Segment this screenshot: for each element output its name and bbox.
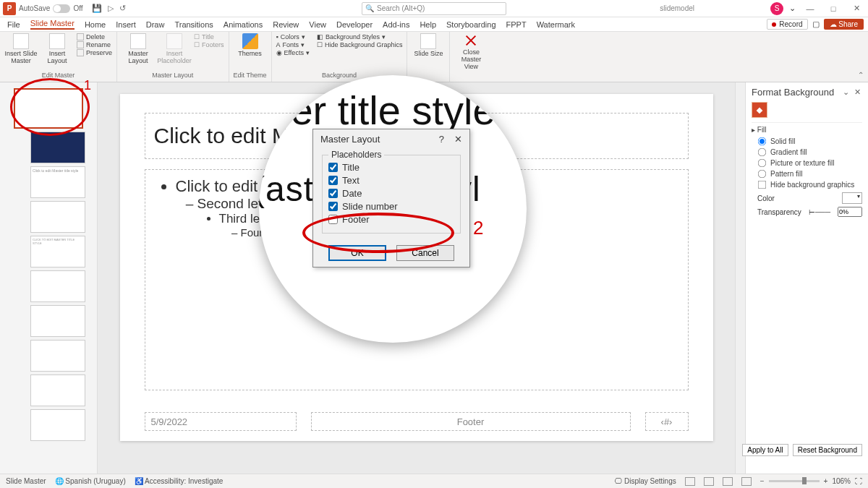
apply-to-all-button[interactable]: Apply to All: [742, 444, 788, 456]
reset-background-button[interactable]: Reset Background: [793, 444, 862, 456]
rename-button[interactable]: Rename: [77, 41, 112, 48]
tab-file[interactable]: File: [7, 20, 20, 29]
zoom-control[interactable]: −+ 106% ⛶: [760, 477, 862, 485]
color-picker[interactable]: [842, 192, 862, 204]
colors-dropdown[interactable]: ▪ Colors ▾: [276, 33, 310, 40]
present-mode-icon[interactable]: ▢: [812, 20, 820, 29]
fill-tab-icon[interactable]: [752, 102, 767, 118]
minimize-button[interactable]: —: [801, 4, 819, 13]
undo-icon[interactable]: ↺: [119, 4, 126, 13]
normal-view-icon[interactable]: [685, 477, 695, 486]
hide-bg-graphics-checkbox[interactable]: Hide background graphics: [757, 180, 862, 189]
group-edit-master: Edit Master: [4, 72, 112, 80]
layout-thumb[interactable]: [30, 409, 85, 441]
layout-thumb[interactable]: [30, 201, 85, 233]
tab-watermark[interactable]: Watermark: [537, 20, 575, 29]
display-settings[interactable]: 🖵 Display Settings: [615, 477, 676, 485]
master-slide-thumb[interactable]: [14, 88, 83, 129]
footer-placeholder[interactable]: Footer: [311, 412, 631, 431]
title-checkbox[interactable]: Title: [328, 162, 454, 173]
pattern-fill-radio[interactable]: Pattern fill: [757, 169, 862, 179]
panel-close-icon[interactable]: ✕: [854, 87, 862, 96]
present-icon[interactable]: ▷: [108, 4, 114, 13]
slide-size-button[interactable]: Slide Size: [412, 33, 445, 58]
save-icon[interactable]: 💾: [92, 4, 102, 13]
text-checkbox[interactable]: Text: [328, 175, 454, 186]
footers-checkbox: ☐ Footers: [194, 41, 224, 48]
tab-help[interactable]: Help: [420, 20, 436, 29]
layout-thumb[interactable]: Click to edit Master title style: [30, 166, 85, 198]
record-button[interactable]: Record: [767, 19, 807, 30]
vertical-scrollbar[interactable]: [735, 82, 745, 474]
format-background-panel: Format Background ⌄ ✕ ▸ Fill Solid fill …: [745, 82, 868, 474]
tab-review[interactable]: Review: [273, 20, 299, 29]
status-bar: Slide Master 🌐 Spanish (Uruguay) ♿ Acces…: [0, 474, 868, 488]
share-button[interactable]: ☁ Share: [824, 19, 864, 30]
tab-draw[interactable]: Draw: [146, 20, 165, 29]
search-icon: 🔍: [365, 4, 374, 12]
picture-fill-radio[interactable]: Picture or texture fill: [757, 158, 862, 168]
footer-checkbox[interactable]: Footer: [328, 214, 454, 225]
collapse-ribbon-icon[interactable]: ⌃: [858, 71, 864, 79]
layout-thumb[interactable]: [30, 340, 85, 372]
tab-animations[interactable]: Animations: [224, 20, 263, 29]
themes-button[interactable]: Themes: [234, 33, 267, 58]
fonts-dropdown[interactable]: A Fonts ▾: [276, 41, 310, 48]
status-language[interactable]: 🌐 Spanish (Uruguay): [55, 477, 126, 485]
tab-developer[interactable]: Developer: [336, 20, 373, 29]
status-view[interactable]: Slide Master: [6, 477, 46, 485]
insert-layout-button[interactable]: Insert Layout: [41, 33, 74, 65]
status-accessibility[interactable]: ♿ Accessibility: Investigate: [135, 477, 224, 485]
app-icon: P: [3, 2, 16, 15]
slideshow-view-icon[interactable]: [741, 477, 752, 486]
user-avatar[interactable]: S: [770, 2, 783, 15]
search-box[interactable]: 🔍 Search (Alt+Q): [362, 2, 506, 15]
solid-fill-radio[interactable]: Solid fill: [757, 137, 862, 146]
date-checkbox[interactable]: Date: [328, 188, 454, 199]
fit-to-window-icon[interactable]: ⛶: [855, 477, 862, 485]
gradient-fill-radio[interactable]: Gradient fill: [757, 147, 862, 157]
insert-slide-master-button[interactable]: Insert Slide Master: [4, 33, 38, 65]
tab-view[interactable]: View: [309, 20, 326, 29]
preserve-button[interactable]: Preserve: [77, 49, 112, 56]
close-master-view-button[interactable]: Close Master View: [454, 33, 488, 71]
layout-thumb[interactable]: [30, 132, 85, 163]
tab-home[interactable]: Home: [85, 20, 106, 29]
layout-thumb[interactable]: CLICK TO EDIT MASTER TITLE STYLE: [30, 236, 85, 267]
layout-thumb[interactable]: [30, 270, 85, 302]
maximize-button[interactable]: □: [825, 4, 842, 13]
transparency-input[interactable]: [838, 207, 862, 217]
title-bar: P AutoSave Off 💾 ▷ ↺ 🔍 Search (Alt+Q) sl…: [0, 0, 868, 17]
panel-options-icon[interactable]: ⌄: [843, 87, 851, 96]
background-styles-dropdown[interactable]: ◧ Background Styles ▾: [317, 33, 403, 40]
group-edit-theme: Edit Theme: [234, 72, 267, 80]
tab-transitions[interactable]: Transitions: [174, 20, 213, 29]
master-layout-button[interactable]: Master Layout: [122, 33, 155, 65]
annotation-number-2: 2: [473, 217, 483, 239]
dialog-close-icon[interactable]: ✕: [454, 134, 462, 145]
slide-number-placeholder[interactable]: ‹#›: [645, 412, 689, 431]
ok-button[interactable]: OK: [328, 245, 386, 261]
close-window-button[interactable]: ✕: [848, 4, 865, 13]
layout-thumb[interactable]: [30, 374, 85, 406]
tab-slide-master[interactable]: Slide Master: [30, 19, 75, 30]
slide-number-checkbox[interactable]: Slide number: [328, 201, 454, 212]
thumbnail-panel[interactable]: Click to edit Master title style CLICK T…: [0, 82, 98, 474]
tab-addins[interactable]: Add-ins: [383, 20, 409, 29]
delete-button[interactable]: Delete: [77, 33, 112, 40]
date-placeholder[interactable]: 5/9/2022: [145, 412, 297, 431]
effects-dropdown[interactable]: ◉ Effects ▾: [276, 49, 310, 56]
ribbon-options-icon[interactable]: ⌄: [789, 4, 796, 13]
tab-fppt[interactable]: FPPT: [506, 20, 527, 29]
autosave-toggle[interactable]: AutoSave Off: [19, 4, 83, 13]
annotation-number-1: 1: [84, 78, 91, 93]
master-layout-dialog: Master Layout ? ✕ Placeholders Title Tex…: [312, 129, 470, 267]
hide-bg-checkbox[interactable]: ☐ Hide Background Graphics: [317, 41, 403, 48]
tab-insert[interactable]: Insert: [116, 20, 136, 29]
tab-storyboarding[interactable]: Storyboarding: [446, 20, 496, 29]
cancel-button[interactable]: Cancel: [396, 245, 454, 261]
layout-thumb[interactable]: [30, 305, 85, 337]
reading-view-icon[interactable]: [723, 477, 733, 486]
dialog-help-icon[interactable]: ?: [439, 134, 444, 145]
sorter-view-icon[interactable]: [704, 477, 714, 486]
